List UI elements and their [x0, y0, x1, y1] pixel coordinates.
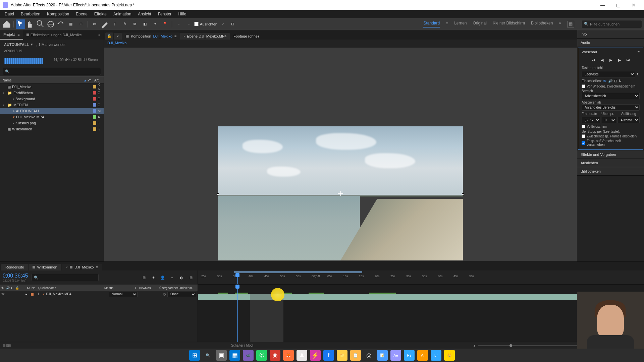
- project-item[interactable]: ▫ Background F: [0, 96, 104, 102]
- workspace-more-icon[interactable]: »: [559, 21, 561, 27]
- include-audio-icon[interactable]: 🔊: [608, 79, 613, 83]
- workspace-menu-icon[interactable]: ≡: [446, 21, 448, 27]
- viewer-tab-lock[interactable]: 🔒: [105, 33, 113, 40]
- project-item[interactable]: ▾ 📁 MEDIEN C: [0, 102, 104, 108]
- project-item[interactable]: ▦ Willkommen K: [0, 126, 104, 132]
- menu-fenster[interactable]: Fenster: [155, 12, 175, 16]
- rotation-tool[interactable]: [56, 19, 65, 29]
- parent-dropdown[interactable]: Ohne: [167, 292, 196, 297]
- libraries-section[interactable]: Bibliotheken: [577, 167, 644, 176]
- menu-effekte[interactable]: Effekte: [91, 12, 110, 16]
- frame-blend-icon[interactable]: ▫: [168, 274, 176, 282]
- taskbar-app-icon[interactable]: 📹: [243, 350, 254, 361]
- col-tag-icon[interactable]: 🏷: [88, 78, 94, 82]
- orbit-tool[interactable]: [46, 19, 55, 29]
- handle-left[interactable]: [217, 193, 219, 195]
- align-section[interactable]: Ausrichten: [577, 159, 644, 167]
- project-item[interactable]: ▫ Kursbild.png F: [0, 120, 104, 126]
- color-tag[interactable]: [93, 115, 96, 119]
- taskbar-app-icon[interactable]: 🔍: [203, 350, 213, 361]
- color-tag[interactable]: [93, 91, 96, 95]
- workspace-lernen[interactable]: Lernen: [454, 21, 467, 27]
- range-dropdown[interactable]: Arbeitsbereich: [582, 93, 640, 99]
- mask-tool-1[interactable]: ▫: [174, 19, 183, 29]
- home-tool[interactable]: [2, 19, 11, 29]
- graph-editor-icon[interactable]: ⊞: [187, 274, 195, 282]
- workspace-panel-icon[interactable]: ▦: [567, 21, 574, 27]
- framerate-dropdown[interactable]: (59,94): [582, 117, 600, 123]
- pickwhip-icon[interactable]: ◎: [163, 292, 166, 296]
- snap-tool[interactable]: ⟋: [218, 19, 227, 29]
- taskbar-app-icon[interactable]: ▦: [229, 350, 240, 361]
- col-name[interactable]: Name: [3, 78, 84, 82]
- cached-frames-check[interactable]: [582, 134, 585, 138]
- taskbar-app-icon[interactable]: ▣: [216, 350, 227, 361]
- zoom-slider[interactable]: [509, 344, 512, 347]
- next-frame-icon[interactable]: ▶: [616, 57, 623, 63]
- zoom-tool[interactable]: [36, 19, 45, 29]
- roto-tool[interactable]: ✦: [150, 19, 160, 29]
- color-tag[interactable]: [93, 109, 96, 113]
- playfrom-dropdown[interactable]: Anfang des Bereichs: [582, 104, 640, 111]
- tab-effekteinstellungen[interactable]: Effekteinstellungen DJI_Mexikc»: [23, 30, 104, 40]
- taskbar-app-icon[interactable]: 📝: [377, 350, 388, 361]
- taskbar-app-icon[interactable]: 📄: [350, 350, 361, 361]
- video-icon[interactable]: 👁: [1, 286, 6, 290]
- cache-before-check[interactable]: [582, 84, 585, 88]
- maximize-button[interactable]: ▢: [610, 0, 626, 10]
- draft-3d-icon[interactable]: ✦: [149, 274, 157, 282]
- info-section[interactable]: Info: [577, 30, 644, 39]
- selection-tool[interactable]: [16, 19, 25, 29]
- tab-willkommen[interactable]: Willkommen: [29, 264, 61, 270]
- minimize-button[interactable]: —: [595, 0, 610, 10]
- taskbar-app-icon[interactable]: Ae: [390, 350, 401, 361]
- menu-bearbeiten[interactable]: Bearbeiten: [17, 12, 44, 16]
- playhead-line[interactable]: [237, 285, 238, 342]
- menu-ebene[interactable]: Ebene: [72, 12, 91, 16]
- viewer-tab-close[interactable]: ×: [114, 33, 122, 40]
- taskbar-app-icon[interactable]: ✆: [256, 350, 267, 361]
- time-ruler[interactable]: 25s30s35s40s45s50s55s00;04f05s10s15s20s2…: [198, 270, 644, 285]
- rectangle-tool[interactable]: ▭: [90, 19, 99, 29]
- current-time[interactable]: 0;00;36;45: [3, 273, 28, 279]
- video-toggle[interactable]: 👁: [1, 292, 6, 296]
- twisty-icon[interactable]: ▾: [3, 92, 6, 95]
- breadcrumb[interactable]: DJI_Mexiko: [104, 40, 577, 48]
- workspace-kleiner[interactable]: Kleiner Bildschirm: [493, 21, 525, 27]
- effects-section[interactable]: Effekte und Vorgaben: [577, 150, 644, 159]
- solo-icon[interactable]: ●: [11, 286, 15, 290]
- shy-icon[interactable]: 👤: [159, 274, 167, 282]
- layer-row[interactable]: 👁 ▸ 1 ▾ DJI_Mexiko.MP4 Normal ◎ Ohne: [0, 291, 198, 297]
- taskbar-app-icon[interactable]: 🦊: [283, 350, 294, 361]
- workspace-standard[interactable]: Standard: [423, 21, 440, 27]
- color-tag[interactable]: [93, 97, 96, 101]
- mode-dropdown[interactable]: Normal: [109, 292, 138, 297]
- viewer-tab-footage[interactable]: Footage (ohne): [230, 33, 262, 40]
- hand-tool[interactable]: [26, 19, 35, 29]
- snap-tool-2[interactable]: ⊡: [228, 19, 237, 29]
- preview-menu-icon[interactable]: ≡: [638, 50, 640, 54]
- skip-dropdown[interactable]: 0: [602, 117, 616, 123]
- zoom-out-icon[interactable]: ▴: [474, 344, 475, 347]
- timeline-search[interactable]: 🔍: [32, 274, 99, 281]
- include-video-icon[interactable]: 👁: [603, 79, 607, 83]
- project-item[interactable]: ▾ DJI_Mexiko.MP4 A: [0, 114, 104, 120]
- toggle-in-out-icon[interactable]: ⊡: [8, 344, 11, 347]
- menu-datei[interactable]: Datei: [1, 12, 17, 16]
- brush-tool[interactable]: ✎: [120, 19, 129, 29]
- menu-animation[interactable]: Animation: [110, 12, 135, 16]
- taskbar-app-icon[interactable]: 📁: [337, 350, 347, 361]
- taskbar-app-icon[interactable]: ◉: [270, 350, 280, 361]
- camera-tool[interactable]: ▦: [66, 19, 75, 29]
- fullscreen-check[interactable]: [582, 125, 585, 128]
- color-tag[interactable]: [93, 127, 96, 131]
- taskbar-app-icon[interactable]: 👑: [444, 350, 455, 361]
- color-tag[interactable]: [93, 103, 96, 107]
- switches-label[interactable]: Schalter / Modi: [231, 344, 254, 347]
- project-item[interactable]: ♪ AUTOUNFALL M: [0, 108, 104, 114]
- play-icon[interactable]: ▶: [607, 57, 614, 63]
- close-button[interactable]: ✕: [626, 0, 641, 10]
- align-checkbox[interactable]: [194, 22, 199, 26]
- taskbar-app-icon[interactable]: Ai: [417, 350, 428, 361]
- project-item[interactable]: ▾ 📁 Farbflächen C: [0, 90, 104, 96]
